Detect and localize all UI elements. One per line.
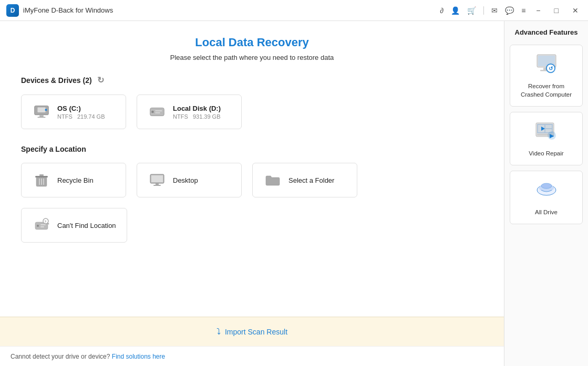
title-bar-left: D iMyFone D-Back for Windows xyxy=(6,4,113,17)
bottom-bar: ⤵ Import Scan Result xyxy=(0,317,504,346)
user-icon[interactable]: 👤 xyxy=(451,6,460,15)
drive-d-info: Local Disk (D:) NTFS 931.39 GB xyxy=(173,104,221,120)
svg-rect-13 xyxy=(39,174,44,176)
location-recycle-bin[interactable]: Recycle Bin xyxy=(21,163,126,197)
content-area: Local Data Recovery Please select the pa… xyxy=(0,21,504,366)
drives-row: OS (C:) NTFS 219.74 GB xyxy=(21,95,483,129)
footer-bar: Cannot detect your drive or device? Find… xyxy=(0,346,504,366)
svg-rect-3 xyxy=(39,116,44,117)
location-select-folder[interactable]: Select a Folder xyxy=(252,163,357,197)
menu-icon[interactable]: ≡ xyxy=(521,6,525,15)
recycle-bin-icon xyxy=(32,171,51,190)
svg-rect-25 xyxy=(40,224,46,225)
svg-rect-26 xyxy=(40,226,44,227)
content-header: Local Data Recovery Please select the pa… xyxy=(0,21,504,70)
page-title: Local Data Recovery xyxy=(11,36,493,49)
share-icon[interactable]: ∂ xyxy=(440,6,443,15)
sidebar-title: Advanced Features xyxy=(510,28,583,36)
close-button[interactable]: ✕ xyxy=(569,5,582,16)
monitor-crash-icon: ↺ xyxy=(534,53,559,78)
cloud-drive-icon xyxy=(534,179,559,204)
import-icon: ⤵ xyxy=(216,327,221,337)
svg-rect-9 xyxy=(155,110,162,111)
drive-item-c[interactable]: OS (C:) NTFS 219.74 GB xyxy=(21,95,126,129)
desktop-label: Desktop xyxy=(173,176,198,184)
folder-icon xyxy=(263,171,282,190)
svg-text:▶: ▶ xyxy=(550,133,554,139)
app-logo: D xyxy=(6,4,19,17)
svg-point-8 xyxy=(151,111,154,113)
drive-c-meta: NTFS 219.74 GB xyxy=(57,113,105,120)
drive-c-info: OS (C:) NTFS 219.74 GB xyxy=(57,104,105,120)
video-repair-label: Video Repair xyxy=(529,149,563,158)
main-layout: Local Data Recovery Please select the pa… xyxy=(0,21,588,366)
chat-icon[interactable]: 💬 xyxy=(505,6,514,15)
import-label: Import Scan Result xyxy=(225,328,287,336)
svg-point-5 xyxy=(45,109,47,111)
maximize-button[interactable]: □ xyxy=(551,5,562,16)
svg-rect-22 xyxy=(153,185,161,186)
svg-rect-40 xyxy=(545,125,552,128)
svg-point-24 xyxy=(37,225,39,227)
right-sidebar: Advanced Features ↺ Recover fromCrashed … xyxy=(504,21,588,366)
footer-link[interactable]: Find solutions here xyxy=(112,353,165,360)
mail-icon[interactable]: ✉ xyxy=(491,6,498,15)
cant-find-label: Can't Find Location xyxy=(57,222,116,229)
svg-rect-12 xyxy=(35,176,48,177)
svg-rect-10 xyxy=(155,112,160,113)
location-desktop[interactable]: Desktop xyxy=(137,163,242,197)
sidebar-card-alldrive[interactable]: All Drive xyxy=(510,171,583,224)
hdd-drive-svg xyxy=(148,103,166,121)
video-repair-icon: ▶ xyxy=(534,120,559,145)
select-folder-label: Select a Folder xyxy=(288,176,334,184)
locations-row: Recycle Bin Desktop Select a Folder xyxy=(21,163,483,197)
drive-item-d[interactable]: Local Disk (D:) NTFS 931.39 GB xyxy=(137,95,242,129)
drive-c-name: OS (C:) xyxy=(57,104,105,112)
svg-rect-21 xyxy=(156,183,159,185)
location-section-title: Specify a Location xyxy=(21,145,483,153)
title-bar: D iMyFone D-Back for Windows ∂ 👤 🛒 ✉ 💬 ≡… xyxy=(0,0,588,21)
svg-rect-4 xyxy=(37,117,45,118)
locations-row-2: ? Can't Find Location xyxy=(21,208,483,243)
content-scroll: Devices & Drives (2) ↻ xyxy=(0,70,504,317)
sidebar-card-video[interactable]: ▶ Video Repair xyxy=(510,112,583,165)
refresh-icon[interactable]: ↻ xyxy=(97,75,104,85)
svg-rect-2 xyxy=(37,108,45,112)
location-cant-find[interactable]: ? Can't Find Location xyxy=(21,208,127,243)
hdd-drive-icon xyxy=(148,102,167,121)
drive-d-name: Local Disk (D:) xyxy=(173,104,221,112)
all-drive-label: All Drive xyxy=(535,208,558,216)
footer-text: Cannot detect your drive or device? xyxy=(11,353,110,360)
app-title: iMyFone D-Back for Windows xyxy=(23,6,113,14)
system-drive-icon xyxy=(32,102,51,121)
recycle-bin-label: Recycle Bin xyxy=(57,176,94,184)
devices-section-title: Devices & Drives (2) ↻ xyxy=(21,75,483,85)
title-divider xyxy=(483,6,484,15)
sidebar-card-crashed[interactable]: ↺ Recover fromCrashed Computer xyxy=(510,45,583,107)
svg-text:↺: ↺ xyxy=(549,66,553,71)
desktop-icon xyxy=(148,171,167,190)
import-scan-button[interactable]: ⤵ Import Scan Result xyxy=(216,327,287,337)
crashed-computer-label: Recover fromCrashed Computer xyxy=(521,82,572,99)
svg-rect-20 xyxy=(151,175,163,182)
cant-find-icon: ? xyxy=(32,216,51,235)
cart-icon[interactable]: 🛒 xyxy=(467,6,476,15)
title-bar-right: ∂ 👤 🛒 ✉ 💬 ≡ − □ ✕ xyxy=(440,5,582,16)
drive-d-meta: NTFS 931.39 GB xyxy=(173,113,221,120)
minimize-button[interactable]: − xyxy=(533,5,543,16)
page-subtitle: Please select the path where you need to… xyxy=(11,54,493,61)
system-drive-svg xyxy=(33,103,50,121)
svg-text:?: ? xyxy=(45,220,47,223)
